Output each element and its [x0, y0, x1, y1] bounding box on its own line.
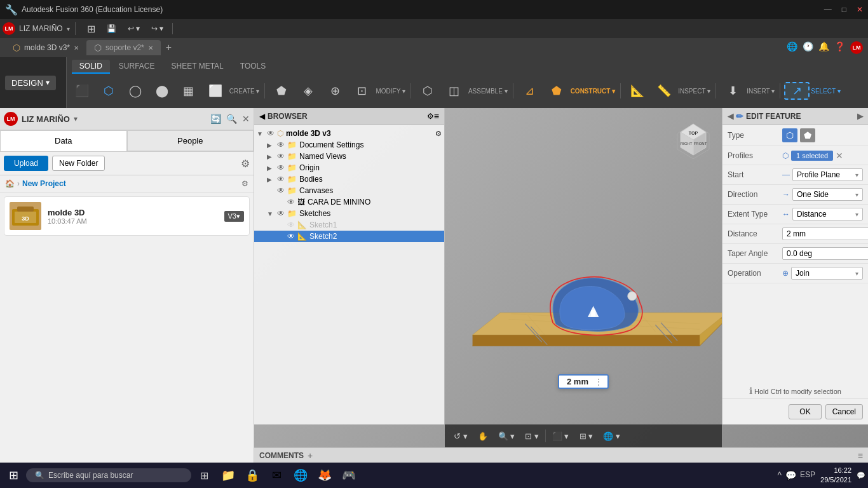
browser-settings-icon[interactable]: ⚙ — [427, 112, 434, 121]
modify-btn3[interactable]: ⊕ — [322, 83, 348, 98]
toolbar-tab-solid[interactable]: SOLID — [72, 60, 110, 74]
type-btn-2[interactable]: ⬟ — [800, 128, 815, 142]
doc-eye[interactable]: 👁 — [277, 140, 285, 149]
inspect-label[interactable]: INSPECT ▾ — [678, 88, 710, 95]
modify-btn4[interactable]: ⊡ — [349, 83, 374, 98]
assemble-btn2[interactable]: ◫ — [442, 83, 467, 98]
inspect-btn1[interactable]: 📐 — [625, 83, 650, 98]
canvases-eye[interactable]: 👁 — [277, 186, 285, 195]
notification-center-icon[interactable]: 💬 — [857, 471, 865, 480]
env-btn[interactable]: 🌐 ▾ — [599, 430, 624, 443]
user-avatar2[interactable]: LM — [850, 41, 863, 54]
ok-button[interactable]: OK — [789, 404, 821, 419]
orbit-btn[interactable]: ↺ ▾ — [450, 430, 471, 443]
expand-right-icon[interactable]: ▶ — [857, 112, 863, 121]
browser-item-sketches[interactable]: ▼ 👁 📁 Sketches — [254, 208, 444, 219]
taskbar-search[interactable]: 🔍 Escribe aquí para buscar — [26, 468, 191, 482]
named-eye[interactable]: 👁 — [277, 152, 285, 161]
browser-item-bodies[interactable]: ▶ 👁 📁 Bodies — [254, 173, 444, 185]
save-icon[interactable]: 💾 — [102, 22, 121, 36]
browser-item-document-settings[interactable]: ▶ 👁 📁 Document Settings — [254, 139, 444, 151]
create-extrude-btn[interactable]: ⬡ — [96, 83, 121, 98]
left-user-arrow[interactable]: ▾ — [74, 114, 78, 123]
tab-data[interactable]: Data — [0, 130, 127, 151]
settings-gear-icon[interactable]: ⚙ — [241, 158, 250, 170]
create-thread-btn[interactable]: ▦ — [176, 83, 201, 98]
help-icon[interactable]: ❓ — [834, 41, 845, 54]
undo-btn[interactable]: ↩ ▾ — [123, 22, 145, 36]
bell-icon[interactable]: 🔔 — [818, 41, 829, 54]
taper-input[interactable] — [782, 247, 868, 260]
sketches-eye[interactable]: 👁 — [277, 209, 285, 218]
input-value[interactable]: 2 mm — [564, 377, 591, 386]
project-name[interactable]: New Project — [22, 179, 66, 188]
file-card[interactable]: 3D molde 3D 10:03:47 AM V3▾ — [4, 196, 250, 236]
redo-btn[interactable]: ↪ ▾ — [146, 22, 168, 36]
select-btn[interactable]: ↗ — [784, 82, 810, 100]
create-box-btn[interactable]: ⬜ — [203, 83, 228, 98]
comments-expand-icon[interactable]: ≡ — [858, 451, 863, 461]
fit-btn[interactable]: ⊡ ▾ — [521, 430, 543, 443]
grid-btn[interactable]: ⊞ ▾ — [576, 430, 597, 443]
file-explorer-btn[interactable]: 📁 — [217, 464, 240, 487]
assemble-btn1[interactable]: ⬡ — [415, 83, 440, 98]
construct-label[interactable]: CONSTRUCT ▾ — [571, 88, 616, 95]
operation-dropdown[interactable]: Join ▾ — [791, 267, 863, 280]
start-menu-btn[interactable]: ⊞ — [3, 466, 25, 485]
insert-label[interactable]: INSERT ▾ — [747, 88, 775, 95]
input-overlay[interactable]: 2 mm ⋮ — [558, 374, 609, 389]
comments-add-icon[interactable]: + — [308, 451, 313, 461]
create-hole-btn[interactable]: ⬤ — [149, 83, 175, 98]
profiles-clear-btn[interactable]: ✕ — [836, 151, 843, 161]
inspect-btn2[interactable]: 📏 — [651, 83, 677, 98]
upload-button[interactable]: Upload — [4, 156, 48, 171]
display-mode-btn[interactable]: ⬛ ▾ — [548, 430, 573, 443]
select-label[interactable]: SELECT ▾ — [811, 88, 841, 95]
browser-item-origin[interactable]: ▶ 👁 📁 Origin — [254, 162, 444, 173]
refresh-icon[interactable]: 🔄 — [210, 114, 221, 124]
toolbar-tab-tools[interactable]: TOOLS — [233, 60, 273, 74]
grid-icon[interactable]: ⊞ — [82, 20, 100, 37]
home-icon[interactable]: 🏠 — [5, 179, 15, 188]
task-view-btn[interactable]: ⊞ — [193, 464, 215, 487]
construct-btn2[interactable]: ⬟ — [544, 83, 569, 98]
mail-btn[interactable]: ✉ — [265, 464, 288, 487]
chevron-up-icon[interactable]: ^ — [777, 470, 782, 480]
minimize-btn[interactable]: — — [824, 5, 832, 14]
bodies-eye[interactable]: 👁 — [277, 175, 285, 184]
distance-input[interactable] — [782, 227, 868, 240]
language-indicator[interactable]: ESP — [800, 470, 815, 480]
browser-item-cara[interactable]: ▶ 👁 🖼 CARA DE MININO — [254, 196, 444, 208]
type-btn-1[interactable]: ⬡ — [782, 128, 797, 142]
start-dropdown[interactable]: Profile Plane ▾ — [792, 168, 863, 181]
pan-btn[interactable]: ✋ — [474, 430, 492, 443]
root-eye[interactable]: 👁 — [267, 129, 275, 138]
clock-icon[interactable]: 🕐 — [803, 41, 813, 54]
input-menu-icon[interactable]: ⋮ — [595, 377, 602, 386]
new-folder-button[interactable]: New Folder — [52, 156, 105, 171]
nav-cube[interactable]: TOP FRONT RIGHT — [671, 121, 715, 167]
toolbar-tab-surface[interactable]: SURFACE — [111, 60, 163, 74]
tab-molde3d[interactable]: ⬡ molde 3D v3* ✕ — [5, 40, 86, 55]
modify-label[interactable]: MODIFY ▾ — [376, 88, 405, 95]
cancel-button[interactable]: Cancel — [825, 404, 863, 419]
browser-item-sketch1[interactable]: ▶ 👁 📐 Sketch1 — [254, 219, 444, 231]
construct-btn1[interactable]: ⊿ — [517, 83, 543, 98]
browser-item-sketch2[interactable]: ▶ 👁 📐 Sketch2 — [254, 231, 444, 242]
assemble-label[interactable]: ASSEMBLE ▾ — [468, 88, 508, 95]
create-revolve-btn[interactable]: ◯ — [123, 83, 148, 98]
extent-type-dropdown[interactable]: Distance ▾ — [792, 208, 863, 220]
user-name[interactable]: LIZ MARIÑO — [19, 24, 63, 33]
insert-btn1[interactable]: ⬇ — [720, 83, 745, 98]
security-btn[interactable]: 🔒 — [241, 464, 264, 487]
search-icon[interactable]: 🔍 — [226, 114, 237, 124]
close-panel-icon[interactable]: ✕ — [242, 114, 250, 124]
tab-people[interactable]: People — [127, 130, 254, 151]
toolbar-tab-sheetmetal[interactable]: SHEET METAL — [164, 60, 231, 74]
sketch1-eye[interactable]: 👁 — [287, 220, 295, 229]
browser-root[interactable]: ▼ 👁 ⬡ molde 3D v3 ⚙ — [254, 128, 444, 139]
clock[interactable]: 16:22 29/5/2021 — [820, 466, 851, 485]
sketch2-eye[interactable]: 👁 — [287, 232, 295, 241]
modify-btn1[interactable]: ⬟ — [269, 83, 294, 98]
tab-close-icon[interactable]: ✕ — [74, 44, 79, 51]
